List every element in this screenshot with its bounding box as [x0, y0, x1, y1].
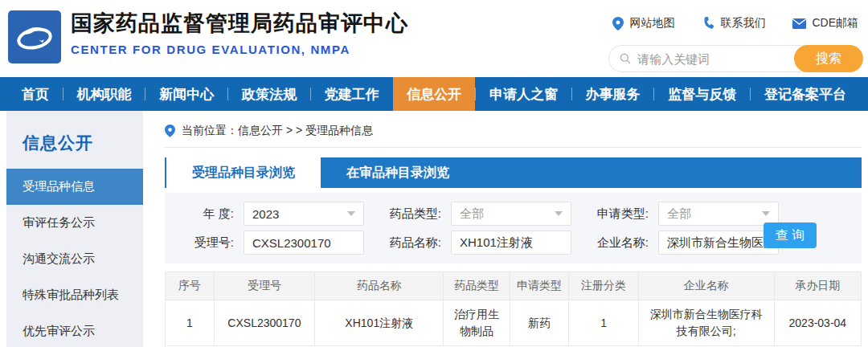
nav-item-home[interactable]: 首页 [8, 77, 63, 111]
year-value: 2023 [252, 207, 279, 221]
cell-drug-name: XH101注射液 [315, 300, 444, 346]
nav-item-party[interactable]: 党建工作 [311, 77, 393, 111]
cde-logo [8, 10, 61, 63]
col-header-apply-type: 申请类型 [510, 272, 569, 300]
apply-type-select[interactable]: 全部 [658, 202, 779, 226]
col-header-company: 企业名称 [638, 272, 774, 300]
cell-date: 2023-03-04 [774, 300, 861, 346]
apply-type-value: 全部 [667, 206, 691, 222]
cell-index: 1 [166, 300, 215, 346]
sidebar-title: 信息公开 [6, 111, 143, 169]
col-header-drug-type: 药品类型 [444, 272, 510, 300]
filter-panel: 年 度: 2023 药品类型: 全部 申请类型: 全 [165, 193, 862, 263]
fish-logo-icon [14, 16, 55, 58]
nav-item-supervision[interactable]: 监督与反馈 [654, 77, 750, 111]
chevron-down-icon [347, 211, 355, 216]
tab-accepted-catalog[interactable]: 受理品种目录浏览 [166, 157, 321, 188]
search-icon [620, 52, 631, 65]
nav-item-policies[interactable]: 政策法规 [228, 77, 310, 111]
acceptance-no-label: 受理号: [174, 235, 234, 251]
site-title: 国家药品监督管理局药品审评中心 [71, 9, 408, 38]
col-header-reg-class: 注册分类 [569, 272, 639, 300]
col-header-date: 承办日期 [774, 272, 861, 300]
sidebar-item-priority-review[interactable]: 优先审评公示 [6, 313, 143, 347]
nav-item-services[interactable]: 办事服务 [572, 77, 654, 111]
site-subtitle: CENTER FOR DRUG EVALUATION, NMPA [71, 43, 408, 56]
chevron-down-icon [555, 211, 563, 216]
drug-name-input[interactable] [451, 231, 571, 255]
search-button[interactable]: 搜索 [794, 45, 863, 72]
results-table: 序号 受理号 药品名称 药品类型 申请类型 注册分类 企业名称 承办日期 1 C… [165, 271, 862, 346]
nav-item-registration-platform[interactable]: 登记备案平台 [751, 77, 860, 111]
main-panel: 当前位置：信息公开 > > 受理品种信息 受理品种目录浏览 在审品种目录浏览 年… [165, 111, 862, 347]
col-header-acceptance-no: 受理号 [214, 272, 315, 300]
col-header-drug-name: 药品名称 [315, 272, 444, 300]
cell-acceptance-no: CXSL2300170 [214, 300, 315, 346]
cell-apply-type: 新药 [510, 300, 569, 346]
acceptance-no-input[interactable] [244, 231, 364, 255]
drug-name-label: 药品名称: [382, 235, 441, 251]
tab-under-review-catalog[interactable]: 在审品种目录浏览 [321, 157, 475, 188]
sitemap-label: 网站地图 [629, 16, 674, 31]
apply-type-label: 申请类型: [589, 206, 649, 222]
chevron-down-icon [762, 211, 770, 216]
quick-links: 网站地图 联系我们 CDE邮箱 [612, 16, 858, 31]
company-label: 企业名称: [589, 235, 649, 251]
mailbox-link[interactable]: CDE邮箱 [792, 16, 858, 31]
nav-item-functions[interactable]: 机构职能 [63, 77, 145, 111]
tab-strip: 受理品种目录浏览 在审品种目录浏览 [165, 157, 862, 188]
sidebar: 信息公开 受理品种信息 审评任务公示 沟通交流公示 特殊审批品种列表 优先审评公… [6, 111, 143, 347]
filter-drug-name: 药品名称: [382, 231, 571, 255]
year-label: 年 度: [174, 206, 234, 222]
nav-item-info-disclosure[interactable]: 信息公开 [393, 77, 475, 111]
mail-icon [792, 18, 806, 29]
company-input[interactable] [658, 231, 779, 255]
cell-drug-type: 治疗用生物制品 [444, 300, 510, 346]
search-input[interactable] [637, 52, 788, 66]
contact-label: 联系我们 [720, 16, 765, 31]
year-select[interactable]: 2023 [244, 202, 364, 226]
table-header-row: 序号 受理号 药品名称 药品类型 申请类型 注册分类 企业名称 承办日期 [166, 272, 862, 300]
sidebar-item-communication[interactable]: 沟通交流公示 [6, 241, 143, 277]
query-button[interactable]: 查询 [764, 222, 817, 248]
table-row: 1 CXSL2300170 XH101注射液 治疗用生物制品 新药 1 深圳市新… [166, 300, 862, 346]
drug-type-value: 全部 [460, 206, 484, 222]
breadcrumb: 当前位置：信息公开 > > 受理品种信息 [165, 114, 862, 148]
page-content: 信息公开 受理品种信息 审评任务公示 沟通交流公示 特殊审批品种列表 优先审评公… [0, 111, 868, 347]
mailbox-label: CDE邮箱 [812, 16, 858, 31]
drug-type-select[interactable]: 全部 [451, 202, 571, 226]
phone-icon [702, 17, 714, 30]
filter-acceptance-no: 受理号: [174, 231, 364, 255]
filter-year: 年 度: 2023 [174, 202, 364, 226]
contact-link[interactable]: 联系我们 [702, 16, 765, 31]
nav-item-news[interactable]: 新闻中心 [145, 77, 227, 111]
map-pin-icon [612, 17, 624, 31]
sitemap-link[interactable]: 网站地图 [612, 16, 674, 31]
site-header: 国家药品监督管理局药品审评中心 CENTER FOR DRUG EVALUATI… [0, 0, 868, 77]
location-pin-icon [165, 125, 175, 137]
main-nav: 首页 机构职能 新闻中心 政策法规 党建工作 信息公开 申请人之窗 办事服务 监… [0, 77, 868, 111]
filter-drug-type: 药品类型: 全部 [382, 202, 571, 226]
sidebar-item-special-approval[interactable]: 特殊审批品种列表 [6, 277, 143, 313]
drug-type-label: 药品类型: [382, 206, 441, 222]
sidebar-item-review-tasks[interactable]: 审评任务公示 [6, 205, 143, 241]
cell-company: 深圳市新合生物医疗科技有限公司; [638, 300, 774, 346]
site-search: 搜索 [608, 45, 862, 72]
nav-item-applicant-window[interactable]: 申请人之窗 [476, 77, 571, 111]
filter-apply-type: 申请类型: 全部 [589, 202, 779, 226]
sidebar-item-accepted-varieties[interactable]: 受理品种信息 [6, 169, 143, 205]
cell-reg-class: 1 [569, 300, 639, 346]
breadcrumb-text: 当前位置：信息公开 > > 受理品种信息 [182, 124, 373, 138]
filter-company: 企业名称: [589, 231, 779, 255]
col-header-index: 序号 [166, 272, 215, 300]
